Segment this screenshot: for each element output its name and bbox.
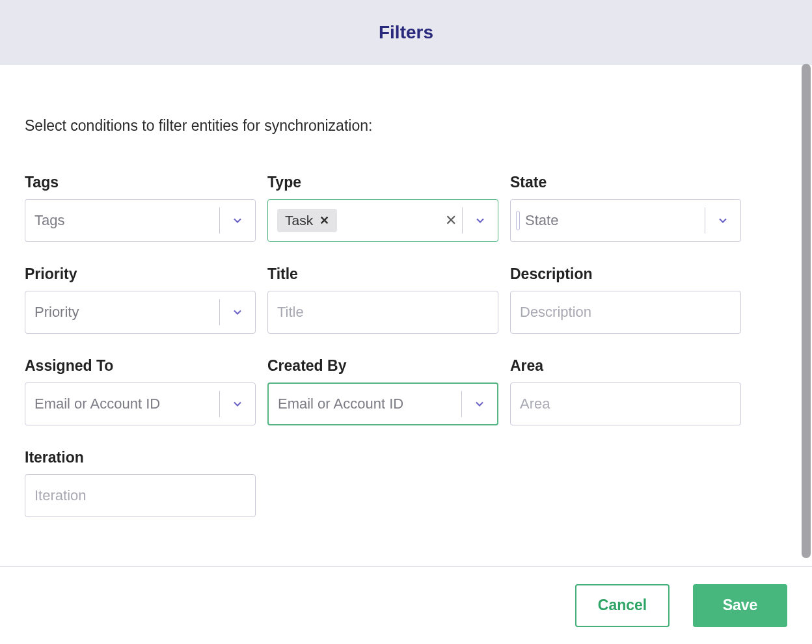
dialog-footer: Cancel Save xyxy=(0,566,812,644)
type-chip: Task ✕ xyxy=(277,209,337,232)
tags-placeholder: Tags xyxy=(25,212,219,229)
label-assigned-to: Assigned To xyxy=(25,357,256,375)
field-priority: Priority Priority xyxy=(25,265,256,334)
label-iteration: Iteration xyxy=(25,449,256,466)
chevron-down-icon[interactable] xyxy=(463,200,498,241)
title-input-wrap xyxy=(267,291,498,334)
label-state: State xyxy=(510,174,741,191)
field-type: Type Task ✕ ✕ xyxy=(267,174,498,242)
type-select[interactable]: Task ✕ ✕ xyxy=(267,199,498,242)
area-input-wrap xyxy=(510,382,741,425)
save-button[interactable]: Save xyxy=(693,584,787,627)
iteration-input[interactable] xyxy=(25,475,255,517)
dialog-body: Select conditions to filter entities for… xyxy=(0,65,812,566)
cancel-button[interactable]: Cancel xyxy=(575,584,670,627)
scrollbar[interactable] xyxy=(802,64,811,558)
filters-dialog: Filters Select conditions to filter enti… xyxy=(0,0,812,644)
chevron-down-icon[interactable] xyxy=(220,291,255,333)
priority-placeholder: Priority xyxy=(25,304,219,321)
field-area: Area xyxy=(510,357,741,425)
field-assigned-to: Assigned To Email or Account ID xyxy=(25,357,256,425)
label-tags: Tags xyxy=(25,174,256,191)
clear-icon[interactable]: ✕ xyxy=(440,212,462,229)
cursor-handle-icon xyxy=(516,211,520,230)
dialog-title: Filters xyxy=(379,22,433,43)
label-created-by: Created By xyxy=(267,357,498,375)
intro-text: Select conditions to filter entities for… xyxy=(25,117,800,135)
created-by-select[interactable]: Email or Account ID xyxy=(267,382,498,425)
label-area: Area xyxy=(510,357,741,375)
chevron-down-icon[interactable] xyxy=(220,200,255,241)
filter-grid: Tags Tags Type Task ✕ xyxy=(25,174,800,517)
description-input-wrap xyxy=(510,291,741,334)
area-input[interactable] xyxy=(511,383,740,425)
field-created-by: Created By Email or Account ID xyxy=(267,357,498,425)
iteration-input-wrap xyxy=(25,474,256,517)
title-input[interactable] xyxy=(268,291,498,333)
chevron-down-icon[interactable] xyxy=(220,383,255,425)
state-select[interactable]: State xyxy=(510,199,741,242)
assigned-to-select[interactable]: Email or Account ID xyxy=(25,382,256,425)
label-title: Title xyxy=(267,265,498,283)
created-by-placeholder: Email or Account ID xyxy=(269,396,461,412)
state-placeholder: State xyxy=(511,212,705,229)
priority-select[interactable]: Priority xyxy=(25,291,256,334)
dialog-header: Filters xyxy=(0,0,812,65)
field-tags: Tags Tags xyxy=(25,174,256,242)
label-type: Type xyxy=(267,174,498,191)
chevron-down-icon[interactable] xyxy=(705,200,740,241)
description-input[interactable] xyxy=(511,291,740,333)
chevron-down-icon[interactable] xyxy=(462,384,497,424)
field-title: Title xyxy=(267,265,498,334)
label-description: Description xyxy=(510,265,741,283)
type-chip-label: Task xyxy=(285,213,313,228)
label-priority: Priority xyxy=(25,265,256,283)
chip-remove-icon[interactable]: ✕ xyxy=(319,213,329,228)
assigned-to-placeholder: Email or Account ID xyxy=(25,396,219,412)
field-iteration: Iteration xyxy=(25,449,256,517)
tags-select[interactable]: Tags xyxy=(25,199,256,242)
field-description: Description xyxy=(510,265,741,334)
field-state: State State xyxy=(510,174,741,242)
